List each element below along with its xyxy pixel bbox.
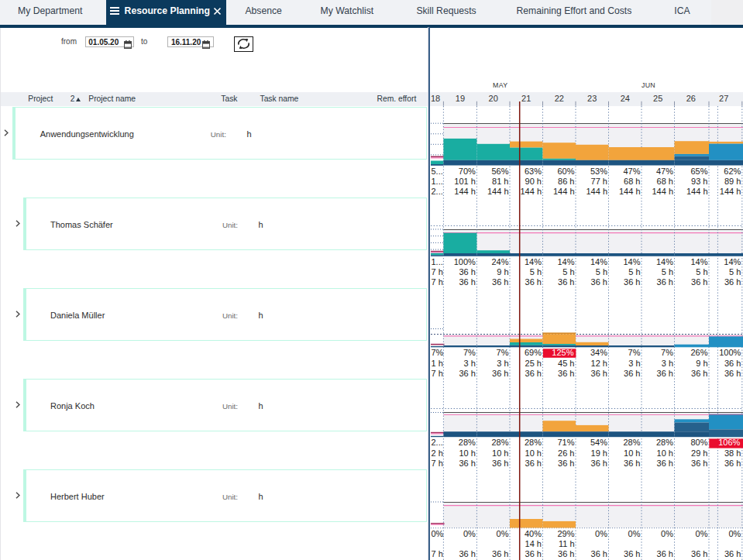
svg-text:5 h: 5 h: [662, 267, 673, 277]
svg-text:21: 21: [521, 94, 531, 103]
svg-text:14%: 14%: [623, 257, 640, 266]
svg-text:36 h: 36 h: [525, 459, 542, 468]
svg-text:36 h: 36 h: [459, 549, 475, 558]
svg-text:25: 25: [653, 94, 662, 103]
svg-text:144 h: 144 h: [586, 187, 607, 196]
svg-text:100%: 100%: [454, 257, 476, 266]
svg-text:40%: 40%: [525, 529, 542, 538]
svg-text:26: 26: [686, 94, 696, 103]
svg-text:101 h: 101 h: [454, 177, 476, 186]
svg-text:47%: 47%: [623, 167, 640, 176]
svg-text:144 h: 144 h: [686, 187, 708, 196]
svg-text:5 h: 5 h: [596, 267, 607, 277]
svg-text:22: 22: [555, 94, 564, 103]
svg-text:24: 24: [621, 94, 630, 103]
svg-text:7 h: 7 h: [432, 267, 443, 277]
svg-text:36 h: 36 h: [691, 277, 707, 287]
svg-text:144 h: 144 h: [652, 187, 673, 196]
svg-text:24%: 24%: [491, 257, 508, 266]
svg-text:3 h: 3 h: [497, 359, 508, 368]
svg-text:JUN: JUN: [642, 81, 655, 89]
svg-text:36 h: 36 h: [492, 459, 508, 468]
svg-text:144 h: 144 h: [553, 187, 575, 196]
svg-text:68 h: 68 h: [657, 177, 673, 186]
svg-text:36 h: 36 h: [492, 549, 508, 558]
svg-text:36 h: 36 h: [591, 369, 607, 378]
svg-text:69%: 69%: [525, 348, 542, 357]
svg-text:5 h: 5 h: [729, 267, 741, 277]
svg-text:144 h: 144 h: [454, 187, 476, 196]
svg-text:36 h: 36 h: [525, 549, 542, 558]
svg-text:1...: 1...: [432, 177, 443, 186]
svg-text:10 h: 10 h: [459, 448, 475, 458]
svg-text:2...: 2...: [432, 438, 443, 447]
svg-text:36 h: 36 h: [591, 549, 607, 558]
svg-text:5 h: 5 h: [628, 267, 640, 277]
svg-text:5 h: 5 h: [696, 267, 707, 277]
svg-text:23: 23: [587, 94, 597, 103]
svg-text:14%: 14%: [525, 257, 542, 266]
svg-text:1 h: 1 h: [432, 359, 443, 368]
svg-text:14 h: 14 h: [525, 539, 542, 548]
svg-text:71%: 71%: [557, 438, 574, 447]
svg-text:36 h: 36 h: [691, 459, 707, 468]
svg-text:53%: 53%: [590, 167, 607, 176]
svg-text:7%: 7%: [432, 348, 444, 357]
svg-text:34%: 34%: [590, 348, 607, 357]
svg-text:11 h: 11 h: [559, 539, 575, 548]
svg-text:0%: 0%: [661, 529, 673, 538]
svg-text:7 h: 7 h: [432, 549, 443, 558]
svg-text:36 h: 36 h: [624, 549, 640, 558]
svg-text:36 h: 36 h: [459, 277, 475, 287]
svg-text:36 h: 36 h: [657, 459, 673, 468]
svg-text:14%: 14%: [690, 257, 707, 266]
svg-text:60%: 60%: [557, 167, 574, 176]
svg-text:0%: 0%: [696, 529, 708, 538]
svg-text:7 h: 7 h: [432, 369, 443, 378]
svg-text:0%: 0%: [463, 529, 476, 538]
svg-text:28%: 28%: [459, 438, 476, 447]
svg-text:12 h: 12 h: [591, 359, 607, 368]
svg-text:36 h: 36 h: [591, 277, 607, 287]
svg-text:5...: 5...: [432, 167, 443, 176]
svg-text:5 h: 5 h: [562, 267, 574, 277]
svg-text:144 h: 144 h: [720, 187, 741, 196]
svg-text:7%: 7%: [463, 348, 476, 357]
svg-text:81 h: 81 h: [492, 177, 508, 186]
svg-text:90 h: 90 h: [525, 177, 542, 186]
svg-text:36 h: 36 h: [624, 369, 640, 378]
svg-text:144 h: 144 h: [619, 187, 641, 196]
svg-text:14%: 14%: [656, 257, 673, 266]
svg-text:10 h: 10 h: [624, 448, 640, 458]
svg-text:36 h: 36 h: [558, 369, 574, 378]
svg-text:0%: 0%: [432, 529, 444, 538]
svg-text:0%: 0%: [628, 529, 641, 538]
svg-text:5 h: 5 h: [530, 267, 542, 277]
svg-text:106%: 106%: [718, 438, 740, 447]
svg-text:28%: 28%: [623, 438, 640, 447]
svg-text:56%: 56%: [491, 167, 508, 176]
svg-text:26%: 26%: [690, 348, 707, 357]
svg-text:3 h: 3 h: [662, 359, 673, 368]
svg-text:9 h: 9 h: [696, 359, 707, 368]
svg-text:19: 19: [456, 94, 465, 103]
svg-text:2...: 2...: [432, 187, 443, 196]
svg-text:70%: 70%: [459, 167, 476, 176]
svg-text:65%: 65%: [690, 167, 707, 176]
svg-text:7%: 7%: [628, 348, 641, 357]
svg-text:47%: 47%: [656, 167, 673, 176]
svg-text:68 h: 68 h: [624, 177, 640, 186]
svg-text:0%: 0%: [728, 529, 741, 538]
svg-text:27: 27: [719, 94, 728, 103]
svg-text:54%: 54%: [590, 438, 607, 447]
svg-text:36 h: 36 h: [591, 459, 607, 468]
svg-text:19 h: 19 h: [591, 448, 607, 458]
svg-text:89 h: 89 h: [724, 177, 741, 186]
svg-text:45 h: 45 h: [558, 359, 574, 368]
svg-text:86 h: 86 h: [558, 177, 574, 186]
svg-text:36 h: 36 h: [691, 369, 707, 378]
svg-text:36 h: 36 h: [724, 459, 741, 468]
svg-text:62%: 62%: [724, 167, 741, 176]
svg-text:25 h: 25 h: [525, 359, 542, 368]
svg-text:36 h: 36 h: [525, 277, 542, 287]
